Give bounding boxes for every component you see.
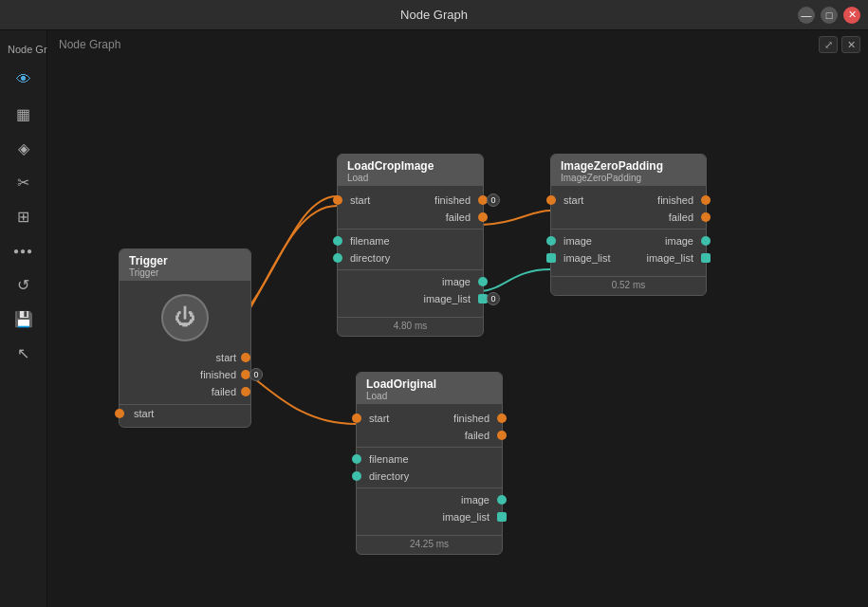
port-lc-filename-label: filename bbox=[350, 235, 390, 247]
load-crop-node[interactable]: LoadCropImage Load start finished 0 fail… bbox=[337, 154, 484, 337]
port-failed-label: failed bbox=[212, 386, 236, 397]
port-lo-failed-label: failed bbox=[465, 430, 489, 441]
port-iz-finished-dot bbox=[701, 195, 711, 205]
port-lo-imagelist-dot bbox=[497, 512, 507, 522]
load-crop-title: LoadCropImage bbox=[347, 159, 473, 173]
window-title: Node Graph bbox=[400, 8, 468, 22]
badge-0-trigger: 0 bbox=[249, 368, 263, 381]
port-iz-imagelist-out-label: image_list bbox=[646, 252, 693, 264]
port-lo-image-label: image bbox=[461, 494, 489, 506]
trigger-node-subtitle: Trigger bbox=[129, 267, 241, 278]
image-zero-header: ImageZeroPadding ImageZeroPadding bbox=[551, 155, 706, 186]
trigger-power-icon: ⏻ bbox=[161, 294, 209, 341]
port-lo-finished-dot bbox=[497, 414, 507, 423]
sidebar-item-refresh[interactable]: ↺ bbox=[9, 269, 39, 300]
trigger-node[interactable]: Trigger Trigger ⏻ start finished 0 faile… bbox=[119, 248, 251, 428]
port-iz-image-out bbox=[701, 236, 711, 246]
window-controls: — □ ✕ bbox=[798, 7, 860, 24]
port-lc-failed-dot bbox=[478, 212, 488, 222]
port-finished-out: finished 0 bbox=[120, 366, 246, 383]
port-lo-failed-dot bbox=[497, 431, 507, 440]
port-lc-start-in-label: start bbox=[350, 194, 370, 206]
port-iz-image-out-label: image bbox=[665, 235, 693, 247]
trigger-node-header: Trigger Trigger bbox=[120, 249, 250, 281]
port-failed-dot bbox=[241, 387, 250, 396]
port-lo-directory-label: directory bbox=[369, 470, 409, 482]
load-crop-footer: 4.80 ms bbox=[338, 317, 483, 336]
sidebar-item-grid[interactable]: ▦ bbox=[9, 99, 39, 129]
port-start-in-label: start bbox=[134, 408, 154, 419]
port-iz-imagelist-out bbox=[701, 253, 711, 263]
port-iz-start-label: start bbox=[563, 194, 583, 206]
port-lc-failed-label: failed bbox=[446, 212, 471, 223]
port-start-in: start bbox=[120, 404, 250, 421]
trigger-node-body: ⏻ start finished 0 failed bbox=[120, 281, 250, 427]
port-iz-imagelist-in-label: image_list bbox=[563, 252, 611, 264]
port-lc-image-label: image bbox=[442, 276, 471, 287]
port-iz-finished-label: finished bbox=[657, 194, 693, 206]
canvas-label: Node Graph bbox=[59, 38, 120, 51]
port-lo-start-label: start bbox=[369, 413, 389, 424]
port-iz-imagelist-in bbox=[546, 253, 556, 263]
port-lc-finished-label: finished bbox=[434, 194, 471, 206]
port-lc-image-dot bbox=[478, 277, 488, 286]
sidebar-header: Node Graph bbox=[0, 38, 46, 61]
port-iz-image-in bbox=[546, 236, 556, 246]
port-start-dot bbox=[241, 353, 250, 362]
load-original-header: LoadOriginal Load bbox=[357, 373, 502, 404]
port-lo-filename-label: filename bbox=[369, 453, 409, 465]
port-lc-start-in bbox=[333, 195, 342, 205]
image-zero-subtitle: ImageZeroPadding bbox=[561, 173, 696, 183]
badge-0-lc-imagelist: 0 bbox=[487, 292, 500, 305]
close-button[interactable]: ✕ bbox=[843, 7, 860, 24]
image-zero-node[interactable]: ImageZeroPadding ImageZeroPadding start … bbox=[550, 154, 707, 296]
canvas-expand-button[interactable]: ⤢ bbox=[819, 36, 838, 53]
sidebar-item-scissors[interactable]: ✂ bbox=[9, 167, 39, 197]
sidebar-item-save[interactable]: 💾 bbox=[9, 304, 39, 334]
canvas-area[interactable]: Node Graph ⤢ ✕ Trigger Trigger bbox=[47, 30, 868, 607]
load-crop-subtitle: Load bbox=[347, 173, 473, 183]
port-iz-failed-dot bbox=[701, 212, 711, 222]
sidebar-item-nodes[interactable]: ⊞ bbox=[9, 201, 39, 231]
port-start-in-dot bbox=[115, 409, 124, 418]
sidebar-item-object[interactable]: ◈ bbox=[9, 133, 39, 163]
port-lc-filename-dot bbox=[333, 236, 342, 246]
sidebar-item-eye[interactable]: 👁 bbox=[9, 64, 39, 95]
port-lo-imagelist-label: image_list bbox=[442, 511, 489, 523]
port-lc-imagelist-label: image_list bbox=[423, 293, 471, 304]
port-lo-finished-label: finished bbox=[453, 413, 489, 424]
load-original-body: start finished failed filename directory bbox=[357, 404, 502, 531]
port-failed-out: failed bbox=[120, 383, 246, 400]
load-original-node[interactable]: LoadOriginal Load start finished failed bbox=[356, 372, 503, 555]
canvas-controls: ⤢ ✕ bbox=[819, 36, 860, 53]
sidebar-item-dots[interactable]: ●●● bbox=[9, 235, 39, 266]
title-bar: Node Graph — □ ✕ bbox=[0, 0, 868, 30]
port-iz-start-in bbox=[546, 195, 556, 205]
load-original-title: LoadOriginal bbox=[366, 377, 492, 391]
sidebar-item-cursor[interactable]: ↖ bbox=[9, 338, 39, 368]
canvas-close-button[interactable]: ✕ bbox=[841, 36, 860, 53]
port-lo-start-in bbox=[352, 414, 361, 423]
load-crop-header: LoadCropImage Load bbox=[338, 155, 483, 186]
maximize-button[interactable]: □ bbox=[821, 7, 838, 24]
port-start-label: start bbox=[216, 352, 236, 363]
minimize-button[interactable]: — bbox=[798, 7, 815, 24]
load-crop-body: start finished 0 failed filename bbox=[338, 186, 483, 313]
port-lo-image-dot bbox=[497, 495, 507, 505]
port-iz-failed-label: failed bbox=[669, 212, 693, 223]
port-lo-filename-dot bbox=[352, 454, 361, 464]
app-container: Node Graph 👁 ▦ ◈ ✂ ⊞ ●●● ↺ 💾 ↖ Node Grap… bbox=[0, 30, 868, 607]
port-lc-directory-dot bbox=[333, 253, 342, 263]
port-lo-directory-dot bbox=[352, 471, 361, 481]
port-iz-image-in-label: image bbox=[563, 235, 592, 247]
trigger-node-title: Trigger bbox=[129, 254, 241, 267]
image-zero-body: start finished failed image image bbox=[551, 186, 706, 272]
badge-0-lc-finished: 0 bbox=[487, 193, 500, 207]
load-original-footer: 24.25 ms bbox=[357, 535, 502, 554]
image-zero-footer: 0.52 ms bbox=[551, 276, 706, 295]
load-original-subtitle: Load bbox=[366, 391, 492, 401]
port-lc-directory-label: directory bbox=[350, 252, 390, 264]
port-start-out: start bbox=[120, 349, 246, 366]
port-finished-label: finished bbox=[200, 369, 236, 380]
image-zero-title: ImageZeroPadding bbox=[561, 159, 696, 173]
